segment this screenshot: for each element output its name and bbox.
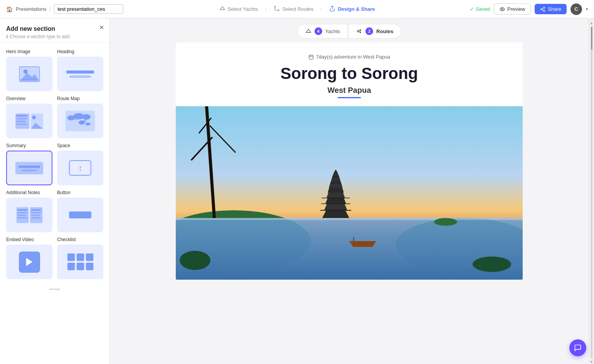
- saved-label: Saved: [476, 6, 490, 12]
- step-navigation: Select Yachts › Select Routes › Design &…: [215, 4, 379, 14]
- overview-label: Overview: [6, 96, 52, 101]
- step-arrow-2: ›: [320, 6, 322, 13]
- svg-rect-54: [309, 55, 313, 59]
- chat-button[interactable]: [569, 339, 586, 356]
- svg-line-8: [542, 8, 544, 8]
- svg-rect-61: [176, 218, 523, 280]
- route-map-card[interactable]: [57, 104, 103, 138]
- svg-point-82: [473, 257, 511, 272]
- summary-card[interactable]: [6, 151, 52, 185]
- chat-icon: [574, 344, 582, 352]
- svg-rect-32: [19, 166, 40, 168]
- svg-rect-13: [66, 70, 94, 73]
- step-design-label: Design & Share: [338, 6, 375, 12]
- svg-rect-48: [67, 263, 75, 270]
- breadcrumb-separator: /: [50, 6, 51, 12]
- route-main-title: Sorong to Sorong: [191, 64, 507, 83]
- right-scrollbar[interactable]: ▲ ▼: [589, 18, 594, 364]
- tab-routes[interactable]: 2 Routes: [348, 24, 401, 39]
- section-type-checklist[interactable]: Checklist: [57, 237, 103, 279]
- svg-rect-43: [31, 217, 41, 218]
- section-type-embed-video[interactable]: Embed Video: [6, 237, 52, 279]
- overview-card[interactable]: [6, 104, 52, 138]
- avatar[interactable]: C: [570, 3, 582, 15]
- step-arrow-1: ›: [265, 6, 267, 13]
- svg-rect-37: [17, 215, 26, 216]
- route-map-label: Route Map: [57, 96, 103, 101]
- section-type-heading[interactable]: Heading: [57, 49, 103, 91]
- svg-rect-47: [86, 253, 93, 261]
- section-type-overview[interactable]: Overview: [6, 96, 52, 138]
- routes-badge: 2: [365, 27, 373, 35]
- svg-rect-17: [16, 118, 27, 119]
- svg-point-3: [501, 8, 503, 10]
- chevron-down-icon[interactable]: ▾: [586, 7, 588, 11]
- content-tabs: 4 Yachts 2 Routes: [110, 18, 589, 42]
- section-type-space[interactable]: Space ↕: [57, 143, 103, 185]
- step-select-routes[interactable]: Select Routes: [270, 4, 317, 14]
- routes-tab-icon: [356, 28, 362, 34]
- hero-image-icon: [19, 64, 40, 85]
- panel-title: Add new section: [6, 25, 103, 32]
- svg-rect-14: [69, 75, 91, 77]
- svg-marker-65: [325, 198, 346, 204]
- topbar-actions: ✓ Saved Preview Share C ▾: [470, 3, 588, 15]
- share-label: Share: [548, 6, 561, 12]
- section-type-grid: Hero Image Heading: [0, 43, 109, 285]
- presentation-name-input[interactable]: [54, 4, 123, 14]
- svg-rect-16: [16, 115, 27, 116]
- button-card[interactable]: [57, 198, 103, 232]
- svg-rect-42: [31, 215, 40, 216]
- info-icon: ℹ: [6, 34, 8, 39]
- section-type-route-map[interactable]: Route Map: [57, 96, 103, 138]
- svg-point-53: [360, 32, 361, 33]
- additional-notes-card[interactable]: [6, 198, 52, 232]
- svg-rect-46: [76, 253, 84, 261]
- step-select-yachts[interactable]: Select Yachts: [215, 4, 262, 14]
- svg-rect-19: [16, 123, 27, 124]
- scroll-up-arrow[interactable]: ▲: [590, 21, 594, 25]
- svg-marker-44: [26, 258, 32, 266]
- section-type-hero-image[interactable]: Hero Image: [6, 49, 52, 91]
- svg-point-26: [82, 114, 91, 119]
- section-type-button[interactable]: Button: [57, 190, 103, 232]
- svg-marker-69: [330, 181, 342, 184]
- routes-tab-label: Routes: [376, 29, 393, 34]
- svg-point-6: [544, 10, 545, 12]
- space-card[interactable]: ↕: [57, 151, 103, 185]
- checklist-card[interactable]: [57, 245, 103, 279]
- hero-image-card[interactable]: [6, 57, 52, 91]
- svg-rect-62: [176, 218, 523, 220]
- section-type-summary[interactable]: Summary: [6, 143, 52, 185]
- calendar-icon: [308, 54, 314, 60]
- yachts-badge: 4: [315, 27, 322, 35]
- svg-point-52: [360, 30, 361, 31]
- svg-point-5: [541, 8, 542, 10]
- space-label: Space: [57, 143, 103, 148]
- svg-rect-49: [76, 263, 84, 270]
- eye-icon: [500, 7, 505, 12]
- route-title-section: 7day(s) adventure in West Papua Sorong t…: [176, 42, 523, 106]
- embed-video-card[interactable]: [6, 245, 52, 279]
- heading-label: Heading: [57, 49, 103, 54]
- share-icon: [540, 7, 545, 12]
- svg-rect-35: [17, 209, 27, 211]
- breadcrumb-presentations[interactable]: Presentations: [16, 6, 47, 12]
- step-design-share[interactable]: Design & Share: [325, 4, 379, 14]
- svg-point-4: [544, 7, 545, 8]
- svg-rect-84: [353, 237, 354, 243]
- scroll-down-arrow[interactable]: ▼: [590, 360, 594, 364]
- tab-yachts[interactable]: 4 Yachts: [297, 24, 348, 39]
- svg-marker-64: [324, 204, 347, 210]
- preview-button[interactable]: Preview: [494, 3, 531, 15]
- svg-marker-70: [331, 178, 340, 181]
- close-button[interactable]: ✕: [99, 24, 104, 31]
- section-type-additional-notes[interactable]: Additional Notes: [6, 190, 52, 232]
- button-preview-icon: [69, 211, 91, 218]
- route-map-icon: [65, 109, 96, 133]
- share-button[interactable]: Share: [535, 4, 567, 14]
- panel-subtitle: ℹ Choose a section type to add.: [6, 34, 103, 39]
- heading-card[interactable]: [57, 57, 103, 91]
- hero-image-label: Hero Image: [6, 49, 52, 54]
- checklist-label: Checklist: [57, 237, 103, 242]
